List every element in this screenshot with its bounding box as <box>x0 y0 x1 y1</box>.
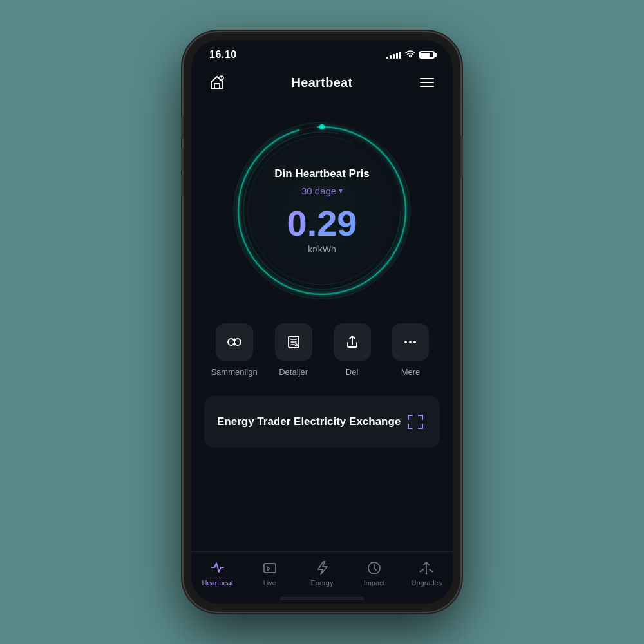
phone-frame: 16.10 <box>184 32 460 612</box>
upgrades-nav-label: Upgrades <box>411 579 442 587</box>
nav-impact[interactable]: Impact <box>355 557 393 589</box>
svg-point-17 <box>431 571 433 573</box>
detaljer-icon <box>275 323 312 361</box>
period-chevron-icon: ▾ <box>339 186 343 195</box>
nav-upgrades[interactable]: Upgrades <box>407 557 446 589</box>
svg-point-10 <box>404 341 407 343</box>
mere-button[interactable]: Mere <box>388 323 433 377</box>
nav-heartbeat[interactable]: Heartbeat <box>198 557 237 589</box>
mere-label: Mere <box>401 367 421 377</box>
scan-icon <box>404 410 427 433</box>
mere-icon <box>392 323 429 361</box>
main-content: Din Heartbeat Pris 30 dage ▾ 0.29 kr/kWh <box>191 104 453 551</box>
home-icon[interactable] <box>205 71 229 94</box>
heartbeat-nav-label: Heartbeat <box>202 579 232 587</box>
bottom-nav: Heartbeat Live Energy <box>191 551 453 592</box>
price-period[interactable]: 30 dage ▾ <box>274 185 369 196</box>
signal-icon <box>386 51 401 59</box>
svg-point-11 <box>409 341 412 343</box>
price-circle: Din Heartbeat Pris 30 dage ▾ 0.29 kr/kWh <box>229 117 415 304</box>
status-bar: 16.10 <box>191 40 453 66</box>
del-icon <box>334 323 371 361</box>
del-label: Del <box>346 367 359 377</box>
circle-inner: Din Heartbeat Pris 30 dage ▾ 0.29 kr/kWh <box>274 167 369 254</box>
app-header: Heartbeat <box>191 66 453 104</box>
svg-point-16 <box>420 571 422 573</box>
nav-energy[interactable]: Energy <box>303 557 341 589</box>
svg-rect-13 <box>264 564 276 573</box>
action-buttons: Sammenlign Detaljer <box>191 323 453 396</box>
live-nav-label: Live <box>263 579 276 587</box>
status-icons <box>386 50 435 60</box>
sammenlign-icon <box>216 323 253 361</box>
price-circle-section: Din Heartbeat Pris 30 dage ▾ 0.29 kr/kWh <box>191 104 453 323</box>
nav-live[interactable]: Live <box>251 557 289 589</box>
menu-button[interactable] <box>415 71 439 94</box>
detaljer-label: Detaljer <box>279 367 308 377</box>
phone-screen: 16.10 <box>191 40 453 604</box>
energy-nav-label: Energy <box>311 579 334 587</box>
impact-nav-icon <box>366 560 383 576</box>
impact-nav-label: Impact <box>364 579 385 587</box>
svg-point-6 <box>319 124 325 129</box>
svg-point-15 <box>426 573 428 575</box>
upgrades-nav-icon <box>418 560 435 576</box>
svg-point-12 <box>413 341 416 343</box>
sammenlign-label: Sammenlign <box>211 367 257 377</box>
wifi-icon <box>405 50 415 60</box>
status-time: 16.10 <box>209 49 237 61</box>
del-button[interactable]: Del <box>330 323 375 377</box>
page-title: Heartbeat <box>292 75 353 90</box>
heartbeat-nav-icon <box>209 560 226 576</box>
detaljer-button[interactable]: Detaljer <box>271 323 316 377</box>
card-title: Energy Trader Electricity Exchange <box>217 414 404 430</box>
sammenlign-button[interactable]: Sammenlign <box>211 323 257 377</box>
price-unit: kr/kWh <box>274 244 369 254</box>
energy-nav-icon <box>314 560 330 576</box>
battery-icon <box>419 51 435 59</box>
home-indicator <box>280 597 364 600</box>
price-label: Din Heartbeat Pris <box>274 167 369 180</box>
price-value: 0.29 <box>274 205 369 242</box>
live-nav-icon <box>261 560 278 576</box>
energy-trader-card[interactable]: Energy Trader Electricity Exchange <box>204 396 440 448</box>
